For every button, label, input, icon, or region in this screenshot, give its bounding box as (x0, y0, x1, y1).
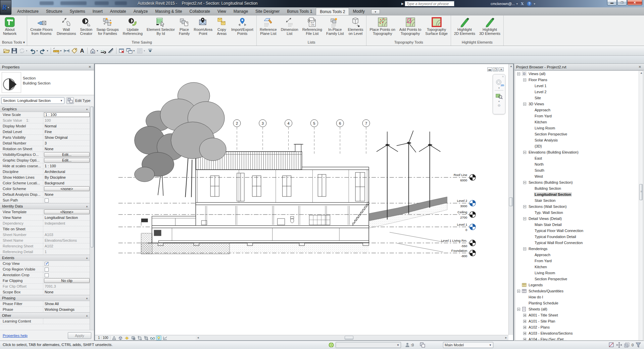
tree-item-typical-wall-roof-connection[interactable]: Typical Wall Roof Connection (515, 240, 643, 246)
property-value[interactable]: Working Drawings (43, 307, 90, 312)
zoom-options-caret-icon[interactable]: ▼ (498, 100, 500, 103)
level-annotations[interactable]: Roof Line6000Level 23000Ceiling2700Level… (441, 173, 476, 257)
scrollbar-thumb[interactable] (509, 197, 513, 206)
referencing-file-list-button[interactable]: IMAGERVTCADReferencing File List (300, 16, 324, 36)
crop-view-button[interactable] (137, 336, 142, 340)
topography-surface-edge-button[interactable]: Topography Surface Edge (423, 16, 450, 36)
tab-overflow-caret[interactable]: ▼ (371, 9, 380, 14)
tree-item-typ-wall-section[interactable]: Typ. Wall Section (515, 210, 643, 216)
view-restore-button[interactable]: ❐ (493, 67, 498, 71)
tree-item--3d-[interactable]: {3D} (515, 143, 643, 149)
property-value[interactable] (43, 197, 90, 203)
design-options-icon[interactable] (419, 342, 426, 348)
property-value[interactable]: 1 (43, 249, 90, 254)
tab-modify[interactable]: Modify (349, 8, 368, 15)
type-selector[interactable]: Section Building Section (0, 70, 94, 95)
collapse-icon[interactable] (517, 308, 520, 311)
zoom-tool-icon[interactable] (495, 92, 503, 100)
navbar-collapse-icon[interactable]: ⊖ (498, 104, 500, 107)
property-value[interactable]: Independent (43, 221, 90, 226)
tree-item-site[interactable]: Site (515, 95, 643, 101)
qat-dimension-button[interactable] (63, 47, 70, 55)
worksets-icon[interactable] (328, 342, 334, 348)
analysis-button[interactable] (162, 336, 168, 340)
tree-item-planting-schedule[interactable]: Planting Schedule (515, 300, 643, 306)
help-caret-icon[interactable]: ▼ (533, 3, 536, 5)
property-value[interactable]: 100 (43, 118, 90, 123)
qat-sync-button[interactable]: ▼ (18, 47, 29, 55)
visual-style-button[interactable] (118, 336, 123, 340)
scroll-right-icon[interactable]: ► (504, 336, 508, 340)
property-value[interactable]: <none> (43, 186, 90, 191)
infocenter-toggle-icon[interactable]: ▶ (401, 2, 404, 5)
property-group-extents[interactable]: Extents▲ (0, 255, 90, 261)
place-family-button[interactable]: Place Family (177, 16, 192, 36)
property-button[interactable]: <none> (44, 186, 90, 191)
scroll-left-icon[interactable]: ◄ (196, 336, 200, 340)
property-checkbox[interactable] (45, 198, 49, 202)
property-value[interactable]: 3 (43, 140, 90, 146)
scrollbar-thumb[interactable] (90, 107, 94, 247)
tab-view[interactable]: View (214, 8, 230, 15)
tree-item-sheets-all-[interactable]: Sheets (all) (515, 306, 643, 312)
property-group-other[interactable]: Other▲ (0, 312, 90, 318)
expand-icon[interactable] (523, 332, 526, 335)
qat-measure-button[interactable]: ▼ (52, 47, 63, 55)
property-value[interactable]: Background (43, 180, 90, 186)
property-button[interactable]: Edit... (44, 158, 90, 163)
editing-requests-icon[interactable] (404, 342, 410, 348)
tree-item-approach[interactable]: Approach (515, 107, 643, 113)
expand-icon[interactable] (523, 338, 526, 341)
property-button[interactable]: <None> (44, 210, 90, 214)
canvas-vertical-scrollbar[interactable]: ▲ (508, 64, 513, 335)
tree-item-kitchen[interactable]: Kitchen (515, 264, 643, 270)
property-value[interactable]: Edit... (43, 158, 90, 163)
wheel-options-caret-icon[interactable]: ▼ (498, 87, 500, 89)
tree-item-elevations-building-elevation-[interactable]: Elevations (Building Elevation) (515, 149, 643, 155)
crop-visible-button[interactable] (143, 336, 149, 340)
update-referencing-button[interactable]: Update Referencing (121, 16, 145, 36)
tab-insert[interactable]: Insert (89, 8, 106, 15)
property-value[interactable]: <None> (43, 209, 90, 215)
swap-groups-for-families-button[interactable]: Swap Groups for Families (94, 16, 121, 36)
properties-help-link[interactable]: Properties help (3, 334, 68, 338)
tree-item-typical-foundation-detail[interactable]: Typical Foundation Detail (515, 234, 643, 240)
property-value[interactable]: 1 : 100 (43, 112, 90, 117)
highlight-3d-elements-button[interactable]: Highlight 3D Elements (477, 16, 502, 36)
collapse-icon[interactable] (523, 151, 526, 154)
exclude-options-icon[interactable] (608, 342, 614, 348)
tab-manage[interactable]: Manage (230, 8, 252, 15)
tree-item-section-perspective[interactable]: Section Perspective (515, 276, 643, 282)
project-browser-scrollbar[interactable]: ▲ (639, 71, 643, 340)
scroll-up-icon[interactable]: ▲ (509, 64, 513, 69)
communication-center-icon[interactable] (469, 1, 476, 6)
property-value[interactable]: Longitudinal Section (43, 215, 90, 220)
qat-switch-windows-button[interactable]: ▼ (126, 47, 136, 55)
tab-collaborate[interactable]: Collaborate (186, 8, 214, 15)
highlight-2d-elements-button[interactable]: Highlight 2D Elements (452, 16, 477, 36)
active-workset-dropdown[interactable]: ▼ (336, 342, 401, 348)
property-button[interactable]: Edit... (44, 152, 90, 157)
tab-massing-site[interactable]: Massing & Site (152, 8, 186, 15)
collapse-icon[interactable] (517, 290, 520, 293)
tree-item-approach[interactable]: Approach (515, 252, 643, 258)
expand-icon[interactable] (523, 320, 526, 323)
shadows-button[interactable] (131, 336, 136, 340)
property-value[interactable] (43, 318, 90, 324)
reveal-hidden-button[interactable] (156, 336, 161, 340)
tree-item-from-yard[interactable]: From Yard (515, 258, 643, 264)
property-checkbox[interactable] (45, 262, 49, 266)
drawing-area[interactable]: 1234567 (95, 64, 508, 335)
tree-item-3d-views[interactable]: 3D Views (515, 101, 643, 107)
tree-item-west[interactable]: West (515, 173, 643, 179)
wall-dimensions-button[interactable]: Wall Dimensions (55, 16, 78, 36)
view-scale-button[interactable]: 1 : 100 (96, 336, 110, 340)
help-icon[interactable]: ? (526, 1, 532, 6)
application-menu-button[interactable]: R▼ (0, 0, 11, 15)
collapse-icon[interactable] (523, 217, 526, 220)
sun-path-button[interactable] (124, 336, 130, 340)
property-group-phasing[interactable]: Phasing▲ (0, 295, 90, 301)
tree-item-views-all-[interactable]: Views (all) (515, 71, 643, 77)
collapse-icon[interactable] (523, 103, 526, 106)
tab-architecture[interactable]: Architecture (13, 8, 42, 15)
